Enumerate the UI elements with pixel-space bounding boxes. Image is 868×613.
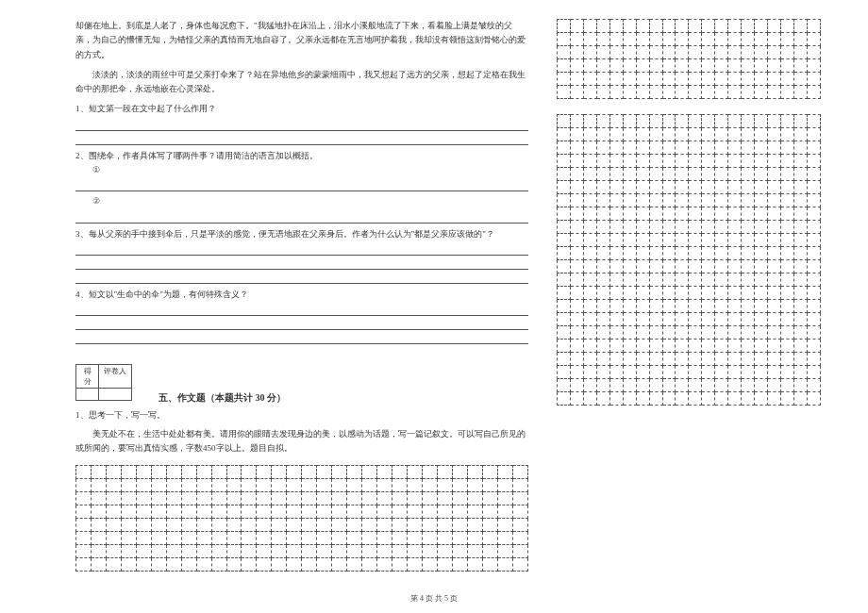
question-3: 3、每从父亲的手中接到伞后，只是平淡的感觉，便无语地跟在父亲身后。作者为什么认为… (75, 227, 528, 241)
question-2: 2、围绕伞，作者具体写了哪两件事？请用简洁的语言加以概括。 (75, 149, 528, 163)
essay-prompt-line: 1、思考一下，写一写。 (75, 408, 528, 422)
reading-passage-para2: 淡淡的，淡淡的雨丝中可是父亲打伞来了？站在异地他乡的蒙蒙细雨中，我又想起了远方的… (75, 68, 528, 97)
answer-line[interactable] (75, 244, 528, 256)
essay-writing-grid-right-2[interactable] (557, 114, 821, 406)
answer-line[interactable] (75, 180, 528, 191)
essay-writing-grid-right-1[interactable] (557, 19, 821, 99)
reading-passage-para1: 却侧在地上。到底是人老了，身体也每况愈下。"我猛地扑在床沿上，泪水小溪般地流了下… (75, 19, 528, 62)
answer-line[interactable] (75, 120, 528, 131)
score-header-grader: 评卷人 (99, 365, 131, 388)
essay-writing-grid-bottom[interactable] (75, 465, 528, 572)
answer-line[interactable] (75, 319, 528, 330)
answer-line[interactable] (75, 273, 528, 284)
answer-line[interactable] (75, 212, 528, 224)
score-box: 得分 评卷人 (75, 364, 132, 401)
question-2-sub-2: ② (92, 194, 528, 208)
question-2-sub-1: ① (92, 163, 528, 177)
answer-line[interactable] (75, 134, 528, 145)
grader-cell[interactable] (99, 389, 131, 400)
answer-line[interactable] (75, 305, 528, 316)
essay-prompt-body: 美无处不在，生活中处处都有美。请用你的眼睛去发现身边的美，以感动为话题，写一篇记… (75, 427, 528, 456)
page-footer: 第 4 页 共 5 页 (0, 593, 868, 604)
section-5-title: 五、作文题（本题共计 30 分） (159, 391, 286, 405)
score-cell[interactable] (76, 389, 99, 400)
answer-line[interactable] (75, 333, 528, 344)
answer-line[interactable] (75, 258, 528, 270)
question-4: 4、短文以"生命中的伞"为题，有何特殊含义？ (75, 288, 528, 302)
score-header-score: 得分 (76, 365, 99, 388)
question-1: 1、短文第一段在文中起了什么作用？ (75, 102, 528, 116)
